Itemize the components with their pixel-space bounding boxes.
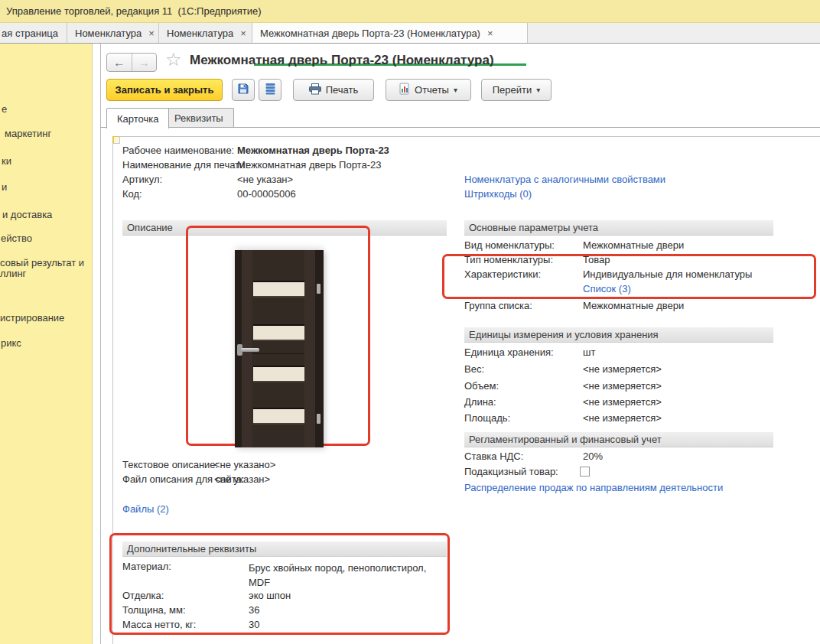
door-hinge [317, 414, 321, 424]
page-tab-divider [100, 127, 820, 128]
sidebar-item-finres-2[interactable]: ллинг [0, 268, 26, 279]
navigate-button[interactable]: Перейти ▾ [481, 79, 552, 101]
door-hinge [317, 284, 321, 294]
section-units: Единицы измерения и условия хранения [464, 327, 773, 343]
window-titlebar: Управление торговлей, редакция 11 (1С:Пр… [0, 0, 820, 23]
excisable-checkbox[interactable] [580, 467, 590, 476]
barcodes-link[interactable]: Штрихкоды (0) [464, 188, 532, 200]
sidebar-item-admin[interactable]: истрирование [0, 312, 64, 324]
favorite-star-icon[interactable]: ☆ [165, 49, 182, 70]
change-history-button[interactable] [259, 79, 281, 101]
close-icon[interactable]: × [487, 28, 493, 39]
red-annotation-additional [109, 533, 450, 635]
tab-nomenclature-2[interactable]: Номенклатура × [159, 23, 252, 43]
sidebar-item-treasury[interactable]: ейство [1, 233, 32, 244]
print-button[interactable]: Печать [293, 79, 374, 101]
sidebar-item-finres-1[interactable]: совый результат и [0, 257, 84, 268]
door-glass-panel [253, 366, 304, 382]
window-tabstrip: ая страница Номенклатура × Номенклатура … [0, 23, 820, 44]
panel-corner-marker [112, 136, 120, 144]
chevron-down-icon: ▾ [454, 86, 457, 94]
door-glass-panel [253, 281, 304, 298]
door-groove [252, 353, 304, 354]
sections-sidebar: е маркетинг ки и и доставка ейство совый… [0, 44, 93, 644]
sidebar-item-warehouse[interactable]: и доставка [2, 209, 52, 220]
sales-distribution-link[interactable]: Распределение продаж по направлениям дея… [464, 482, 723, 493]
sidebar-item-marketing[interactable]: маркетинг [5, 128, 51, 139]
printer-icon [309, 83, 321, 97]
application-window: Управление торговлей, редакция 11 (1С:Пр… [0, 0, 820, 644]
tab-nomenclature-1[interactable]: Номенклатура × [67, 23, 159, 43]
forward-button[interactable]: → [132, 54, 157, 71]
report-icon [399, 83, 410, 97]
section-finance: Регламентированный и финансовый учет [464, 432, 773, 447]
forward-arrow-icon: → [138, 56, 150, 69]
tab-card[interactable]: Карточка [106, 108, 169, 128]
back-button[interactable]: ← [107, 54, 132, 71]
sidebar-item-bitrix[interactable]: рикс [1, 337, 21, 349]
door-handle-lever [241, 348, 259, 352]
save-icon [237, 83, 249, 97]
list-icon [265, 83, 275, 97]
red-annotation-characteristics [442, 254, 816, 299]
sidebar-item-main[interactable]: е [2, 103, 7, 115]
content-panel-top-border [112, 136, 820, 137]
close-icon[interactable]: × [240, 28, 246, 39]
product-photo[interactable] [235, 250, 324, 447]
tab-item-card[interactable]: Межкомнатная дверь Порта-23 (Номенклатур… [252, 23, 528, 43]
files-link[interactable]: Файлы (2) [122, 503, 169, 515]
similar-items-link[interactable]: Номенклатура с аналогичными свойствами [464, 174, 665, 185]
reports-button[interactable]: Отчеты ▾ [386, 79, 471, 101]
form-left-border [100, 44, 101, 644]
door-glass-panel [253, 408, 304, 424]
back-arrow-icon: ← [113, 56, 125, 69]
history-nav-group: ← → [106, 53, 157, 72]
sidebar-item-purchases[interactable]: ки [2, 155, 11, 167]
section-accounting: Основные параметры учета [464, 220, 773, 236]
chevron-down-icon: ▾ [536, 86, 540, 94]
save-and-close-button[interactable]: Записать и закрыть [106, 79, 223, 101]
close-icon[interactable]: × [148, 28, 155, 39]
door-glass-panel [253, 324, 304, 341]
sidebar-item-sales[interactable]: и [2, 181, 7, 193]
window-title: Управление торговлей, редакция 11 (1С:Пр… [6, 5, 262, 17]
tab-start-page[interactable]: ая страница [0, 23, 67, 43]
save-button[interactable] [232, 79, 255, 101]
page-title: Межкомнатная дверь Порта-23 (Номенклатур… [190, 53, 494, 68]
tab-requisites[interactable]: Реквизиты [164, 108, 234, 128]
